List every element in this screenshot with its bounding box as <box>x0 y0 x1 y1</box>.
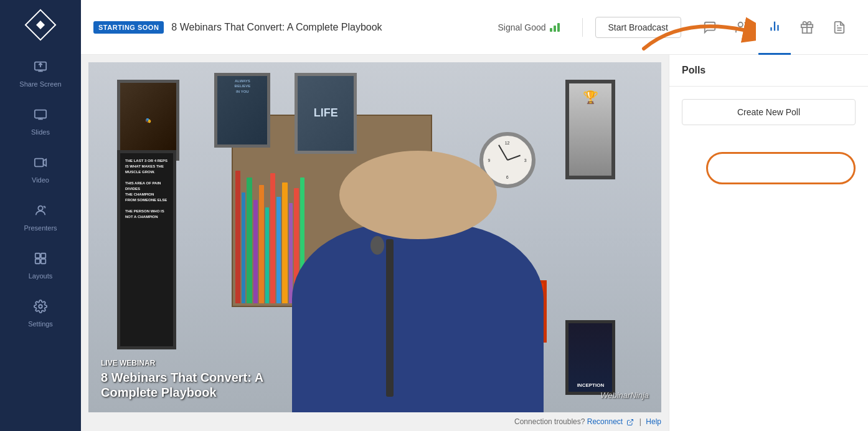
connection-text: Connection troubles? <box>514 417 585 426</box>
sidebar-item-layouts[interactable]: Layouts <box>0 242 81 290</box>
presenters-icon <box>34 204 47 220</box>
sidebar-item-video[interactable]: Video <box>0 146 81 194</box>
header-separator <box>582 18 583 37</box>
svg-line-25 <box>630 419 633 423</box>
polls-icon-button[interactable] <box>758 0 791 55</box>
slides-icon <box>34 108 47 125</box>
create-new-poll-button[interactable]: Create New Poll <box>682 99 856 125</box>
panel-title: Polls <box>669 55 868 87</box>
start-broadcast-button[interactable]: Start Broadcast <box>595 17 682 38</box>
sidebar-item-slides[interactable]: Slides <box>0 98 81 146</box>
sidebar: Share Screen Slides Video <box>0 0 81 431</box>
help-link[interactable]: Help <box>646 417 661 426</box>
svg-marker-8 <box>44 159 47 166</box>
video-container: 12 6 3 9 🎭 <box>88 62 661 412</box>
sidebar-item-share-screen[interactable]: Share Screen <box>0 50 81 98</box>
chat-icon-button[interactable] <box>694 0 726 55</box>
layouts-icon <box>34 252 47 268</box>
webinar-title: 8 Webinars That Convert: A Complete Play… <box>171 22 490 33</box>
sidebar-item-label-layouts: Layouts <box>29 272 53 280</box>
sidebar-item-label-share-screen: Share Screen <box>19 80 61 88</box>
svg-point-16 <box>39 305 42 308</box>
sidebar-item-label-slides: Slides <box>31 128 50 136</box>
svg-rect-12 <box>35 253 40 258</box>
signal-info: Signal Good <box>498 22 559 32</box>
svg-rect-15 <box>41 259 45 263</box>
svg-rect-13 <box>41 253 45 258</box>
annotation-circle <box>706 152 856 184</box>
video-brand: WebinarNinja <box>600 391 649 400</box>
svg-point-17 <box>738 22 743 26</box>
body-area: 12 6 3 9 🎭 <box>81 55 868 431</box>
svg-rect-7 <box>35 159 44 167</box>
sidebar-item-label-video: Video <box>32 176 49 184</box>
logo <box>0 0 81 50</box>
connection-bar: Connection troubles? Reconnect | Help <box>81 412 669 431</box>
svg-point-9 <box>38 206 42 211</box>
reconnect-link[interactable]: Reconnect <box>587 417 623 426</box>
signal-bars-icon <box>550 23 560 32</box>
right-panel: Polls Create New Poll <box>669 55 868 431</box>
video-scene: 12 6 3 9 🎭 <box>88 62 661 412</box>
status-badge: STARTING SOON <box>93 21 164 34</box>
sidebar-item-label-presenters: Presenters <box>24 224 57 232</box>
video-overlay: LIVE WEBINAR 8 Webinars That Convert: A … <box>101 359 263 400</box>
video-area: 12 6 3 9 🎭 <box>81 55 669 431</box>
video-title: 8 Webinars That Convert: A Complete Play… <box>101 370 263 400</box>
svg-rect-14 <box>35 259 40 263</box>
sidebar-item-label-settings: Settings <box>28 320 53 328</box>
header: STARTING SOON 8 Webinars That Convert: A… <box>81 0 868 55</box>
sidebar-item-settings[interactable]: Settings <box>0 290 81 338</box>
connection-separator: | <box>639 417 641 426</box>
settings-icon <box>34 300 47 316</box>
main-content: STARTING SOON 8 Webinars That Convert: A… <box>81 0 868 431</box>
attendees-icon-button[interactable] <box>726 0 758 55</box>
handouts-icon-button[interactable] <box>823 0 856 55</box>
offers-icon-button[interactable] <box>791 0 823 55</box>
panel-body: Create New Poll <box>669 87 868 138</box>
share-screen-icon <box>34 60 47 77</box>
signal-label: Signal Good <box>498 22 545 32</box>
video-subtitle: LIVE WEBINAR <box>101 359 263 367</box>
sidebar-item-presenters[interactable]: Presenters <box>0 194 81 242</box>
video-icon <box>34 156 47 173</box>
header-icons <box>694 0 856 55</box>
svg-rect-4 <box>35 110 46 118</box>
